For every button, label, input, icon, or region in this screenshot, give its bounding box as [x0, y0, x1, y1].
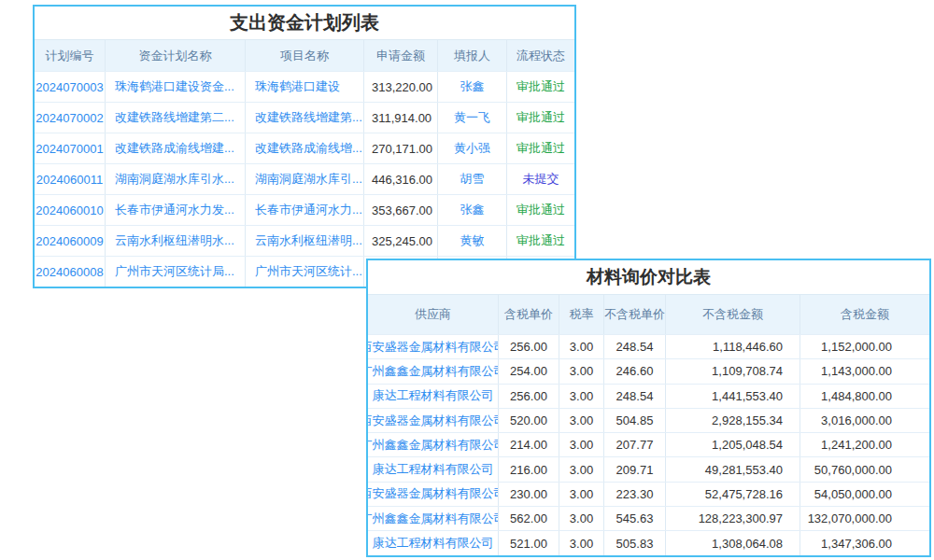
apply-amount-cell: 311,914.00: [364, 103, 438, 133]
no-tax-amount-cell: 1,109,708.74: [666, 359, 800, 383]
material-inquiry-comparison-panel: 材料询价对比表 供应商 含税单价 税率 不含税单价 不含税金额 含税金额 西安盛…: [366, 259, 931, 557]
filler-cell: 黄敏: [438, 226, 507, 256]
filler-cell: 张鑫: [438, 195, 507, 225]
plan-no-link[interactable]: 2024060008: [35, 257, 106, 287]
table-row: 2024070002 改建铁路线增建第二... 改建铁路线增建第... 311,…: [35, 102, 574, 133]
fund-plan-name-cell[interactable]: 长春市伊通河水力发...: [106, 195, 246, 225]
status-cell: 审批通过: [507, 72, 574, 102]
filler-cell: 张鑫: [438, 72, 507, 102]
tax-rate-cell: 3.00: [559, 359, 604, 383]
project-name-cell: 改建铁路线增建第...: [246, 103, 364, 133]
no-tax-price-cell: 209.71: [604, 457, 666, 481]
tax-rate-cell: 3.00: [559, 483, 604, 506]
plan-no-link[interactable]: 2024060011: [35, 164, 106, 194]
tax-amount-cell: 54,050,000.00: [800, 483, 929, 506]
no-tax-amount-cell: 2,928,155.34: [666, 409, 800, 432]
table-row: 2024070001 改建铁路成渝线增建... 改建铁路成渝线增... 270,…: [35, 133, 574, 163]
no-tax-price-cell: 505.83: [604, 531, 666, 554]
tax-rate-cell: 3.00: [559, 433, 604, 456]
fund-plan-name-cell[interactable]: 珠海鹤港口建设资金...: [106, 72, 246, 102]
no-tax-amount-cell: 128,223,300.97: [666, 507, 800, 530]
supplier-link[interactable]: 西安盛器金属材料有限公司: [368, 335, 499, 358]
no-tax-price-cell: 248.54: [604, 385, 666, 408]
tax-price-cell: 254.00: [499, 359, 559, 383]
col-header-fund-plan-name: 资金计划名称: [106, 40, 246, 71]
supplier-link[interactable]: 康达工程材料有限公司: [368, 385, 499, 408]
tax-price-cell: 256.00: [499, 335, 559, 358]
col-header-no-tax-price: 不含税单价: [604, 295, 666, 334]
filler-cell: 黄一飞: [438, 103, 507, 133]
table-row: 西安盛器金属材料有限公司 256.00 3.00 248.54 1,118,44…: [368, 334, 929, 358]
table-row: 2024060009 云南水利枢纽潜明水... 云南水利枢纽潜明... 325,…: [35, 225, 574, 256]
fund-plan-name-cell[interactable]: 改建铁路线增建第二...: [106, 103, 246, 133]
supplier-link[interactable]: 广州鑫鑫金属材料有限公司: [368, 359, 499, 383]
tax-rate-cell: 3.00: [559, 507, 604, 530]
supplier-link[interactable]: 广州鑫鑫金属材料有限公司: [368, 433, 499, 456]
tax-amount-cell: 50,760,000.00: [800, 457, 929, 481]
supplier-link[interactable]: 西安盛器金属材料有限公司: [368, 409, 499, 432]
fund-plan-name-cell[interactable]: 改建铁路成渝线增建...: [106, 133, 246, 163]
tax-amount-cell: 1,347,306.00: [800, 531, 929, 554]
apply-amount-cell: 353,667.00: [364, 195, 438, 225]
tax-amount-cell: 1,143,000.00: [800, 359, 929, 383]
plan-no-link[interactable]: 2024070003: [35, 72, 106, 102]
table-row: 广州鑫鑫金属材料有限公司 562.00 3.00 545.63 128,223,…: [368, 506, 929, 530]
status-cell: 审批通过: [507, 133, 574, 163]
status-cell: 未提交: [507, 164, 574, 194]
tax-price-cell: 521.00: [499, 531, 559, 554]
table-row: 广州鑫鑫金属材料有限公司 214.00 3.00 207.77 1,205,04…: [368, 432, 929, 456]
tax-price-cell: 520.00: [499, 409, 559, 432]
plan-no-link[interactable]: 2024070001: [35, 133, 106, 163]
no-tax-price-cell: 207.77: [604, 433, 666, 456]
table-row: 2024060011 湖南洞庭湖水库引水... 湖南洞庭湖水库引... 446,…: [35, 163, 574, 194]
expense-fund-plan-panel: 支出资金计划列表 计划编号 资金计划名称 项目名称 申请金额 填报人 流程状态 …: [33, 5, 576, 288]
table-row: 2024060010 长春市伊通河水力发... 长春市伊通河水力... 353,…: [35, 194, 574, 225]
tax-price-cell: 256.00: [499, 385, 559, 408]
tax-amount-cell: 132,070,000.00: [800, 507, 929, 530]
fund-plan-name-cell[interactable]: 广州市天河区统计局...: [106, 257, 246, 287]
project-name-cell: 湖南洞庭湖水库引...: [246, 164, 364, 194]
tax-amount-cell: 1,152,000.00: [800, 335, 929, 358]
apply-amount-cell: 270,171.00: [364, 133, 438, 163]
no-tax-amount-cell: 1,205,048.54: [666, 433, 800, 456]
table-row: 2024070003 珠海鹤港口建设资金... 珠海鹤港口建设 313,220.…: [35, 71, 574, 102]
no-tax-amount-cell: 1,118,446.60: [666, 335, 800, 358]
expense-fund-plan-title: 支出资金计划列表: [35, 7, 574, 40]
tax-amount-cell: 1,241,200.00: [800, 433, 929, 456]
tax-rate-cell: 3.00: [559, 335, 604, 358]
status-cell: 审批通过: [507, 103, 574, 133]
fund-plan-name-cell[interactable]: 湖南洞庭湖水库引水...: [106, 164, 246, 194]
col-header-tax-price: 含税单价: [499, 295, 559, 334]
no-tax-amount-cell: 52,475,728.16: [666, 483, 800, 506]
fund-plan-name-cell[interactable]: 云南水利枢纽潜明水...: [106, 226, 246, 256]
supplier-link[interactable]: 康达工程材料有限公司: [368, 531, 499, 554]
col-header-filler: 填报人: [438, 40, 507, 71]
no-tax-amount-cell: 1,441,553.40: [666, 385, 800, 408]
tax-price-cell: 216.00: [499, 457, 559, 481]
col-header-project-name: 项目名称: [246, 40, 364, 71]
plan-no-link[interactable]: 2024070002: [35, 103, 106, 133]
table-row: 康达工程材料有限公司 216.00 3.00 209.71 49,281,553…: [368, 456, 929, 481]
table-row: 西安盛器金属材料有限公司 230.00 3.00 223.30 52,475,7…: [368, 482, 929, 506]
tax-rate-cell: 3.00: [559, 457, 604, 481]
project-name-cell: 改建铁路成渝线增...: [246, 133, 364, 163]
tax-price-cell: 230.00: [499, 483, 559, 506]
col-header-apply-amount: 申请金额: [364, 40, 438, 71]
tax-amount-cell: 1,484,800.00: [800, 385, 929, 408]
supplier-link[interactable]: 康达工程材料有限公司: [368, 457, 499, 481]
plan-no-link[interactable]: 2024060009: [35, 226, 106, 256]
expense-fund-plan-header-row: 计划编号 资金计划名称 项目名称 申请金额 填报人 流程状态: [35, 40, 574, 71]
col-header-no-tax-amount: 不含税金额: [666, 295, 800, 334]
tax-rate-cell: 3.00: [559, 531, 604, 554]
no-tax-price-cell: 504.85: [604, 409, 666, 432]
table-row: 康达工程材料有限公司 256.00 3.00 248.54 1,441,553.…: [368, 384, 929, 408]
no-tax-price-cell: 248.54: [604, 335, 666, 358]
supplier-link[interactable]: 西安盛器金属材料有限公司: [368, 483, 499, 506]
plan-no-link[interactable]: 2024060010: [35, 195, 106, 225]
project-name-cell: 云南水利枢纽潜明...: [246, 226, 364, 256]
apply-amount-cell: 446,316.00: [364, 164, 438, 194]
status-cell: 审批通过: [507, 226, 574, 256]
supplier-link[interactable]: 广州鑫鑫金属材料有限公司: [368, 507, 499, 530]
col-header-tax-amount: 含税金额: [800, 295, 929, 334]
project-name-cell: 长春市伊通河水力...: [246, 195, 364, 225]
